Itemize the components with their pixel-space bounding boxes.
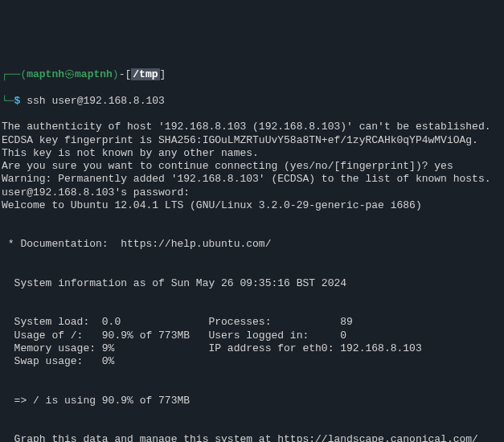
output-line: Swap usage: 0%: [2, 355, 114, 367]
blank-line: [2, 407, 502, 420]
output-line: Are you sure you want to continue connec…: [2, 160, 453, 172]
blank-line: [2, 290, 502, 303]
prompt-at: ㉿: [64, 68, 75, 80]
prompt-close: ): [113, 68, 119, 80]
output-line: System information as of Sun May 26 09:3…: [2, 277, 346, 289]
output-line: Graph this data and manage this system a…: [2, 433, 478, 442]
terminal[interactable]: ┌──(maptnh㉿maptnh)-[/tmp] └─$ ssh user@1…: [2, 55, 502, 442]
prompt-host: maptnh: [75, 68, 113, 80]
output-line: System load: 0.0 Processes: 89: [2, 316, 353, 328]
output-line: user@192.168.8.103's password:: [2, 186, 190, 198]
output-line: Welcome to Ubuntu 12.04.1 LTS (GNU/Linux…: [2, 199, 422, 211]
prompt-line-1: ┌──(maptnh㉿maptnh)-[/tmp]: [2, 68, 502, 81]
prompt-rb: ]: [160, 68, 166, 80]
prompt-l2prefix: └─: [2, 95, 14, 107]
output-line: This key is not known by any other names…: [2, 147, 259, 159]
prompt-user: maptnh: [27, 68, 64, 80]
output-line: Warning: Permanently added '192.168.8.10…: [2, 173, 491, 185]
blank-line: [2, 252, 502, 264]
output-line: ECDSA key fingerprint is SHA256:IGOuLMZR…: [2, 134, 478, 146]
blank-line: [2, 368, 502, 381]
prompt-path: /tmp: [131, 68, 159, 80]
output-line: The authenticity of host '192.168.8.103 …: [2, 121, 491, 133]
prompt-line-2: └─$ ssh user@192.168.8.103: [2, 95, 502, 108]
prompt-open: ┌──(: [2, 68, 27, 80]
blank-line: [2, 212, 502, 225]
output-line: => / is using 90.9% of 773MB: [2, 395, 190, 407]
output-line: Usage of /: 90.9% of 773MB Users logged …: [2, 329, 346, 342]
output-line: * Documentation: https://help.ubuntu.com…: [2, 238, 271, 250]
ssh-command: ssh user@192.168.8.103: [20, 95, 164, 107]
output-line: Memory usage: 9% IP address for eth0: 19…: [2, 342, 422, 354]
